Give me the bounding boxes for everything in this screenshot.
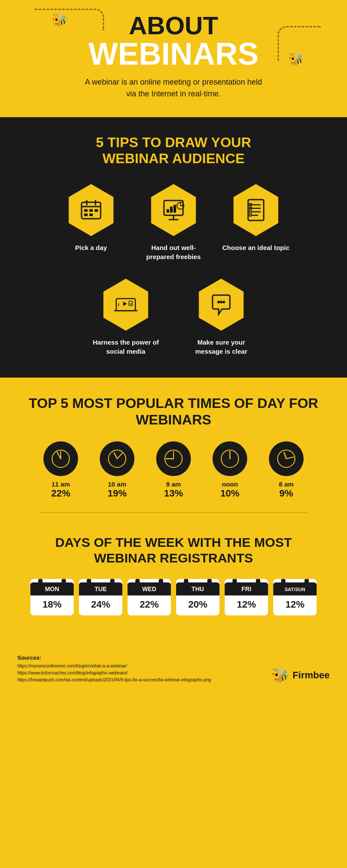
svg-rect-6 <box>95 209 98 212</box>
day-name-satsun: SAT/SUN <box>285 587 305 592</box>
day-card-satsun: SAT/SUN 12% <box>273 579 317 615</box>
day-card-top-fri: FRI <box>225 582 268 595</box>
svg-point-35 <box>223 301 225 303</box>
tip-item-2: Hand out well-prepared freebies <box>139 184 208 261</box>
day-card-top-wed: WED <box>128 582 171 595</box>
sources-block: Sources: https://myownconference.com/blo… <box>17 654 211 684</box>
day-name-tue: TUE <box>95 585 107 592</box>
day-card-top-tue: TUE <box>79 582 122 595</box>
clock-noon <box>213 441 247 476</box>
time-item-10am: 10 am 19% <box>93 441 141 499</box>
header-section: 🐝 🐝 ABOUT WEBINARS A webinar is an onlin… <box>0 0 347 117</box>
tip-hexagon-1 <box>65 184 117 236</box>
time-label-10am: 10 am <box>108 480 127 488</box>
time-percent-11am: 22% <box>51 488 70 499</box>
time-label-11am: 11 am <box>52 480 70 488</box>
time-percent-9am: 13% <box>164 488 183 499</box>
time-label-noon: noon <box>222 480 238 488</box>
tips-title: 5 TIPS TO DRAW YOUR WEBINAR AUDIENCE <box>13 135 334 167</box>
tip-label-5: Make sure your message is clear <box>187 338 256 356</box>
time-percent-noon: 10% <box>220 488 239 499</box>
clock-11am <box>43 441 78 476</box>
svg-line-37 <box>57 452 61 459</box>
clock-8am <box>269 441 304 476</box>
tip-label-1: Pick a day <box>75 243 107 252</box>
day-card-mon: MON 18% <box>30 579 74 615</box>
svg-rect-8 <box>89 214 93 216</box>
day-percent-satsun: 12% <box>285 599 304 610</box>
bee-icon-top-left: 🐝 <box>52 13 67 27</box>
bee-icon-top-right: 🐝 <box>288 52 304 66</box>
clock-9am <box>156 441 191 476</box>
day-card-top-thu: THU <box>176 582 219 595</box>
sources-title: Sources: <box>17 654 211 661</box>
time-item-9am: 9 am 13% <box>150 441 197 499</box>
day-name-fri: FRI <box>242 585 252 592</box>
tip-hexagon-3 <box>230 184 282 236</box>
tip-label-2: Hand out well-prepared freebies <box>139 243 208 261</box>
time-item-11am: 11 am 22% <box>37 441 85 499</box>
days-section: DAYS OF THE WEEK WITH THE MOST WEBINAR R… <box>13 526 334 633</box>
time-label-8am: 8 am <box>279 480 294 488</box>
times-row: 11 am 22% 10 am 19% <box>13 441 334 499</box>
svg-marker-30 <box>123 302 127 306</box>
header-description: A webinar is an online meeting or presen… <box>82 76 265 100</box>
days-row: MON 18% TUE 24% WED 22% THU 20 <box>26 579 321 615</box>
svg-rect-12 <box>167 209 169 213</box>
tips-row-1: Pick a day Han <box>13 184 334 261</box>
svg-rect-14 <box>174 205 176 213</box>
dashed-decoration-top <box>35 9 104 30</box>
time-label-9am: 9 am <box>166 480 181 488</box>
day-card-fri: FRI 12% <box>225 579 268 615</box>
tip-label-3: Choose an ideal topic <box>222 243 289 252</box>
tip-hexagon-5 <box>195 279 247 331</box>
tip-hexagon-2 <box>147 184 200 236</box>
day-name-mon: MON <box>45 585 59 592</box>
day-percent-thu: 20% <box>188 599 207 610</box>
brand-bee-icon: 🐝 <box>272 667 289 684</box>
sources-links: https://myownconference.com/blog/en/what… <box>17 663 211 684</box>
tip-hexagon-4: f in <box>100 279 152 331</box>
time-percent-8am: 9% <box>279 488 293 499</box>
section-divider <box>39 512 308 513</box>
day-percent-wed: 22% <box>140 599 159 610</box>
tip-item-3: Choose an ideal topic <box>221 184 291 261</box>
footer-section: Sources: https://myownconference.com/blo… <box>0 646 347 697</box>
days-title: DAYS OF THE WEEK WITH THE MOST WEBINAR R… <box>26 535 321 566</box>
tip-label-4: Harness the power of social media <box>91 338 160 356</box>
svg-line-41 <box>117 453 122 459</box>
times-section: TOP 5 MOST POPULAR TIMES OF DAY FOR WEBI… <box>0 378 347 646</box>
tip-item-4: f in Harness the power of social media <box>91 279 160 356</box>
times-title: TOP 5 MOST POPULAR TIMES OF DAY FOR WEBI… <box>13 395 334 428</box>
svg-rect-13 <box>170 207 173 213</box>
svg-rect-25 <box>249 210 252 213</box>
tips-section: 5 TIPS TO DRAW YOUR WEBINAR AUDIENCE <box>0 117 347 378</box>
brand-name: Firmbee <box>292 670 330 681</box>
time-percent-10am: 19% <box>108 488 127 499</box>
clock-10am <box>100 441 134 476</box>
svg-text:in: in <box>130 302 132 305</box>
svg-point-34 <box>220 301 223 303</box>
svg-rect-7 <box>84 214 88 216</box>
day-percent-fri: 12% <box>237 599 256 610</box>
day-name-wed: WED <box>142 585 157 592</box>
tips-row-2: f in Harness the power of social media <box>13 279 334 356</box>
svg-line-50 <box>286 457 294 459</box>
svg-line-40 <box>114 453 117 459</box>
svg-rect-26 <box>249 214 252 216</box>
tip-item-1: Pick a day <box>56 184 126 261</box>
day-percent-tue: 24% <box>91 599 110 610</box>
svg-point-33 <box>217 301 220 303</box>
day-card-tue: TUE 24% <box>79 579 122 615</box>
tip-item-5: Make sure your message is clear <box>187 279 256 356</box>
day-card-top-mon: MON <box>30 582 74 595</box>
day-name-thu: THU <box>192 585 204 592</box>
time-item-noon: noon 10% <box>206 441 254 499</box>
brand-block: 🐝 Firmbee <box>272 667 330 684</box>
time-item-8am: 8 am 9% <box>262 441 310 499</box>
day-card-top-satsun: SAT/SUN <box>273 582 317 595</box>
svg-rect-4 <box>84 209 88 212</box>
svg-line-49 <box>284 453 286 459</box>
day-card-thu: THU 20% <box>176 579 219 615</box>
svg-text:f: f <box>118 303 120 307</box>
